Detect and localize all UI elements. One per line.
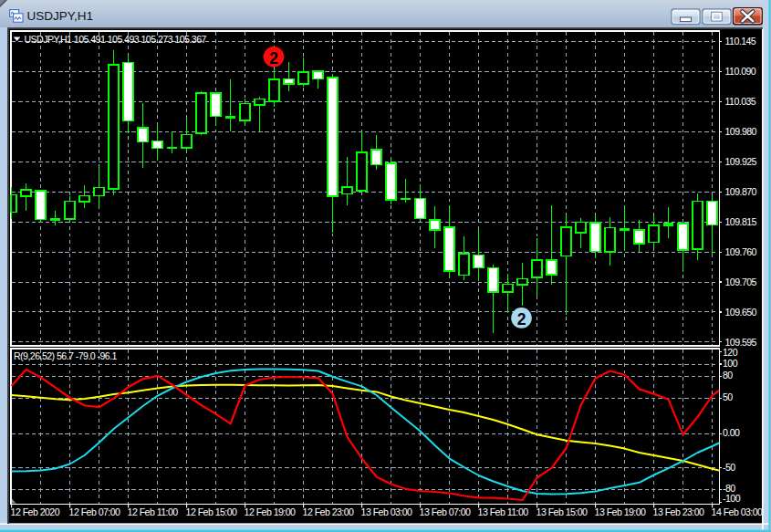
- svg-text:0.00: 0.00: [723, 427, 740, 438]
- svg-text:109.925: 109.925: [725, 156, 757, 167]
- svg-text:109.980: 109.980: [725, 126, 757, 137]
- svg-text:13 Feb 11:00: 13 Feb 11:00: [478, 506, 529, 517]
- svg-text:109.870: 109.870: [725, 186, 757, 197]
- svg-text:2: 2: [269, 49, 278, 68]
- svg-text:14 Feb 03:00: 14 Feb 03:00: [712, 506, 763, 517]
- svg-text:80: 80: [723, 370, 733, 381]
- svg-text:-100: -100: [723, 493, 741, 504]
- svg-text:110.145: 110.145: [725, 36, 756, 47]
- svg-text:-50: -50: [723, 462, 735, 473]
- svg-text:13 Feb 03:00: 13 Feb 03:00: [361, 506, 412, 517]
- svg-text:12 Feb 23:00: 12 Feb 23:00: [303, 506, 354, 517]
- svg-text:13 Feb 07:00: 13 Feb 07:00: [420, 506, 471, 517]
- svg-text:50: 50: [723, 391, 733, 402]
- svg-text:13 Feb 23:00: 13 Feb 23:00: [653, 506, 704, 517]
- svg-text:USDJPY,H1: USDJPY,H1: [27, 9, 94, 23]
- svg-text:12 Feb 19:00: 12 Feb 19:00: [245, 506, 296, 517]
- svg-text:12 Feb 11:00: 12 Feb 11:00: [128, 506, 179, 517]
- svg-text:12 Feb 15:00: 12 Feb 15:00: [186, 506, 237, 517]
- svg-text:109.815: 109.815: [725, 216, 757, 227]
- svg-text:100: 100: [723, 358, 738, 369]
- svg-text:109.760: 109.760: [725, 246, 757, 257]
- svg-text:109.650: 109.650: [725, 307, 757, 318]
- svg-text:13 Feb 19:00: 13 Feb 19:00: [595, 506, 646, 517]
- svg-text:R(9,26,52) 56.7 -79.0 -96.1: R(9,26,52) 56.7 -79.0 -96.1: [14, 350, 118, 361]
- svg-text:120: 120: [723, 347, 738, 358]
- svg-text:12 Feb 2020: 12 Feb 2020: [11, 506, 60, 517]
- svg-text:12 Feb 07:00: 12 Feb 07:00: [69, 506, 120, 517]
- svg-text:109.705: 109.705: [725, 276, 757, 287]
- svg-text:USDJPY,H1 105.491 105.493 105.: USDJPY,H1 105.491 105.493 105.273 105.36…: [25, 34, 207, 45]
- svg-text:110.090: 110.090: [725, 66, 756, 77]
- svg-text:110.035: 110.035: [725, 96, 756, 107]
- svg-text:2: 2: [517, 310, 526, 329]
- svg-text:13 Feb 15:00: 13 Feb 15:00: [537, 506, 588, 517]
